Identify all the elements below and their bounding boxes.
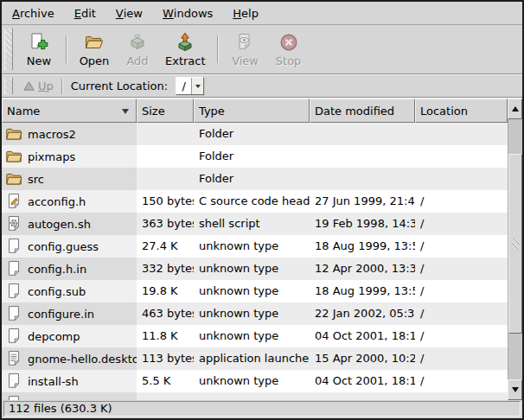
table-row[interactable]: config.guess 27.4 K unknown type 18 Aug … xyxy=(2,235,508,258)
file-icon xyxy=(5,395,22,400)
script-file-icon xyxy=(5,215,22,232)
table-row[interactable]: config.sub 19.8 K unknown type 18 Aug 19… xyxy=(2,280,508,302)
view-file-icon xyxy=(235,32,256,53)
file-location: / xyxy=(415,190,508,213)
open-archive-icon xyxy=(84,32,105,53)
file-type: Folder xyxy=(194,145,310,168)
file-date-modified: 04 Oct 2001, 18:12 xyxy=(310,370,415,392)
file-size: 5.5 K xyxy=(137,370,194,392)
file-name: gnome-hello.desktop xyxy=(28,353,137,366)
table-row[interactable]: autogen.sh 363 bytes shell script 19 Feb… xyxy=(2,213,508,235)
table-row[interactable]: pixmaps Folder xyxy=(2,145,508,168)
file-size: 363 bytes xyxy=(137,213,194,235)
menu-view[interactable]: View xyxy=(109,2,150,24)
file-type: unknown type xyxy=(194,258,310,280)
file-name: pixmaps xyxy=(28,150,75,163)
column-header-type[interactable]: Type xyxy=(194,99,310,123)
menu-help[interactable]: Help xyxy=(226,2,265,24)
file-date-modified: 18 Aug 1999, 13:53 xyxy=(310,235,415,258)
folder-icon xyxy=(5,125,22,143)
file-date-modified: 27 Jun 1999, 21:49 xyxy=(310,190,415,213)
file-size xyxy=(137,145,194,168)
column-header-name[interactable]: Name xyxy=(2,99,137,123)
table-row[interactable]: depcomp 11.8 K unknown type 04 Oct 2001,… xyxy=(2,325,508,347)
table-row[interactable] xyxy=(2,392,508,400)
file-type: unknown type xyxy=(194,302,310,325)
file-name: config.sub xyxy=(28,285,86,298)
table-row[interactable]: install-sh 5.5 K unknown type 04 Oct 200… xyxy=(2,370,508,392)
file-size: 150 bytes xyxy=(137,190,194,213)
folder-icon xyxy=(5,170,22,188)
toolbar-drag-handle[interactable] xyxy=(4,29,13,70)
file-icon xyxy=(5,260,22,277)
table-row[interactable]: configure.in 463 bytes unknown type 22 J… xyxy=(2,302,508,325)
file-name: src xyxy=(28,173,44,186)
file-size: 19.8 K xyxy=(137,280,194,302)
file-type: unknown type xyxy=(194,325,310,347)
scroll-down-icon xyxy=(512,387,519,396)
file-type: Folder xyxy=(194,168,310,190)
file-icon xyxy=(5,372,22,390)
file-date-modified xyxy=(310,145,415,168)
file-location: / xyxy=(415,325,508,347)
file-name: acconfig.h xyxy=(28,195,86,208)
location-combo[interactable]: / xyxy=(176,77,204,95)
c-source-file-icon xyxy=(5,193,22,210)
up-icon xyxy=(22,80,35,92)
status-box: 112 files (630.3 K) xyxy=(3,401,521,417)
file-type: application launcher xyxy=(194,347,310,370)
file-type: unknown type xyxy=(194,235,310,258)
table-row[interactable]: macros2 Folder xyxy=(2,123,508,145)
file-location: / xyxy=(415,213,508,235)
location-bar-drag-handle[interactable] xyxy=(4,78,13,94)
stop-button[interactable]: Stop xyxy=(267,30,310,68)
file-size: 113 bytes xyxy=(137,347,194,370)
up-button-label: Up xyxy=(38,80,54,92)
scrollbar-thumb[interactable] xyxy=(508,154,522,334)
scroll-up-button[interactable] xyxy=(508,99,522,119)
scrollbar-grip xyxy=(512,239,520,250)
table-row[interactable]: acconfig.h 150 bytes C source code heade… xyxy=(2,190,508,213)
extract-button[interactable]: Extract xyxy=(159,30,212,68)
file-location: / xyxy=(415,370,508,392)
separator xyxy=(61,79,63,94)
new-archive-icon xyxy=(29,32,49,53)
table-row[interactable]: gnome-hello.desktop 113 bytes applicatio… xyxy=(2,347,508,370)
file-size xyxy=(137,168,194,190)
view-button[interactable]: View xyxy=(224,30,267,68)
file-size: 332 bytes xyxy=(137,258,194,280)
file-size xyxy=(137,123,194,145)
menu-windows[interactable]: Windows xyxy=(156,2,220,24)
menu-archive[interactable]: Archive xyxy=(5,2,61,24)
chevron-down-icon xyxy=(191,78,203,94)
toolbar: New Open Add Extract View Stop xyxy=(2,25,522,73)
location-bar: Up Current Location: / xyxy=(2,75,522,97)
file-size: 463 bytes xyxy=(137,302,194,325)
menu-edit[interactable]: Edit xyxy=(67,2,103,24)
scrollbar-trough[interactable] xyxy=(508,119,522,379)
file-table: Name Size Type Date modified Location ma… xyxy=(2,99,522,400)
status-text: 112 files (630.3 K) xyxy=(9,402,112,415)
vertical-scrollbar xyxy=(508,99,522,400)
file-location: / xyxy=(415,258,508,280)
new-button[interactable]: New xyxy=(17,30,61,68)
folder-icon xyxy=(5,148,22,165)
column-header-location[interactable]: Location xyxy=(415,99,508,123)
up-button[interactable]: Up xyxy=(17,80,59,92)
file-name: install-sh xyxy=(28,375,79,388)
file-date-modified: 19 Feb 1998, 14:31 xyxy=(310,213,415,235)
file-location: / xyxy=(415,302,508,325)
file-name: config.guess xyxy=(28,240,99,253)
table-row[interactable]: src Folder xyxy=(2,168,508,190)
file-date-modified: 12 Apr 2000, 13:36 xyxy=(310,258,415,280)
column-header-size[interactable]: Size xyxy=(137,99,194,123)
file-location xyxy=(415,123,508,145)
scroll-down-button[interactable] xyxy=(508,379,522,400)
file-type: shell script xyxy=(194,213,310,235)
table-row[interactable]: config.h.in 332 bytes unknown type 12 Ap… xyxy=(2,258,508,280)
open-button[interactable]: Open xyxy=(73,30,116,68)
add-button[interactable]: Add xyxy=(116,30,159,68)
archive-manager-window: ArchiveEditViewWindowsHelp New Open Add … xyxy=(0,0,524,420)
file-date-modified: 22 Jan 2002, 05:35 xyxy=(310,302,415,325)
column-header-date-modified[interactable]: Date modified xyxy=(310,99,415,123)
